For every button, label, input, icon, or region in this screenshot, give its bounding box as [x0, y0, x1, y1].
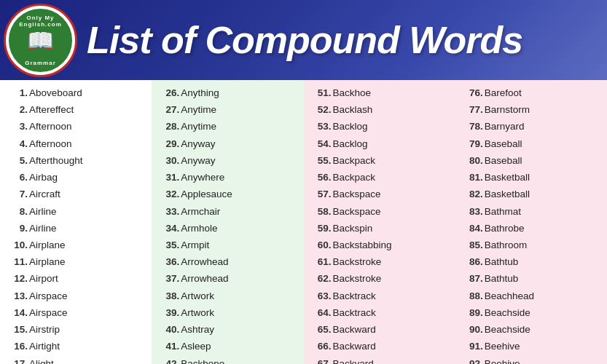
- word-text: Backlog: [333, 135, 368, 152]
- word-text: Backyard: [333, 355, 374, 365]
- word-number: 86.: [461, 253, 485, 270]
- word-number: 51.: [310, 84, 333, 101]
- word-number: 58.: [310, 203, 333, 220]
- list-item: 52.Backlash: [310, 101, 453, 118]
- word-number: 64.: [310, 304, 333, 321]
- word-column-3: 51.Backhoe52.Backlash53.Backlog54.Backlo…: [304, 80, 455, 364]
- word-text: Aircraft: [29, 186, 60, 202]
- list-item: 32.Applesauce: [157, 186, 300, 202]
- word-text: Airbag: [29, 169, 58, 186]
- word-number: 56.: [310, 169, 333, 186]
- list-item: 36.Arrowhead: [157, 253, 300, 270]
- word-number: 11.: [6, 253, 29, 270]
- list-item: 17.Alight: [6, 355, 149, 365]
- word-text: Backspace: [333, 186, 381, 202]
- list-item: 9.Airline: [6, 220, 149, 237]
- logo-top-text: Only My English.com: [9, 15, 72, 28]
- word-number: 92.: [461, 355, 485, 365]
- word-text: Barefoot: [485, 84, 522, 101]
- word-number: 82.: [461, 186, 485, 202]
- list-item: 26.Anything: [157, 84, 300, 101]
- list-item: 29.Anyway: [157, 135, 300, 152]
- word-number: 7.: [6, 186, 29, 202]
- word-text: Bathrobe: [485, 220, 525, 237]
- word-text: Arrowhead: [181, 253, 228, 270]
- word-number: 53.: [310, 118, 333, 135]
- word-number: 67.: [310, 355, 333, 365]
- list-item: 64.Backtrack: [310, 304, 453, 321]
- list-item: 59.Backspin: [310, 220, 453, 237]
- word-text: Arrowhead: [181, 270, 228, 287]
- word-number: 9.: [6, 220, 29, 237]
- word-text: Artwork: [181, 288, 214, 304]
- word-text: Bathtub: [485, 253, 519, 270]
- word-number: 61.: [310, 253, 333, 270]
- word-text: Airspace: [29, 304, 68, 321]
- list-item: 27.Anytime: [157, 101, 300, 118]
- list-item: 91.Beehive: [461, 338, 604, 355]
- word-number: 10.: [6, 237, 29, 253]
- word-text: Airplane: [29, 237, 66, 253]
- list-item: 83.Bathmat: [461, 203, 604, 220]
- word-text: Anytime: [181, 101, 216, 118]
- word-number: 32.: [157, 186, 181, 202]
- word-number: 28.: [157, 118, 181, 135]
- list-item: 4.Afternoon: [6, 135, 149, 152]
- word-number: 89.: [461, 304, 485, 321]
- word-number: 2.: [6, 101, 29, 118]
- list-item: 6.Airbag: [6, 169, 149, 186]
- word-text: Airline: [29, 203, 57, 220]
- word-text: Anywhere: [181, 169, 224, 186]
- list-item: 1.Aboveboard: [6, 84, 149, 101]
- word-text: Aftereffect: [29, 101, 74, 118]
- list-item: 13.Airspace: [6, 288, 149, 304]
- word-number: 4.: [6, 135, 29, 152]
- word-number: 55.: [310, 152, 333, 169]
- word-number: 66.: [310, 338, 333, 355]
- word-column-2: 26.Anything27.Anytime28.Anytime29.Anyway…: [152, 80, 303, 364]
- word-text: Asleep: [181, 338, 211, 355]
- list-item: 34.Armhole: [157, 220, 300, 237]
- list-item: 31.Anywhere: [157, 169, 300, 186]
- list-item: 3.Afternoon: [6, 118, 149, 135]
- word-text: Anything: [181, 84, 219, 101]
- list-item: 79.Baseball: [461, 135, 604, 152]
- word-text: Anyway: [181, 152, 215, 169]
- list-item: 90.Beachside: [461, 321, 604, 338]
- list-item: 51.Backhoe: [310, 84, 453, 101]
- word-text: Backlash: [333, 101, 373, 118]
- list-item: 63.Backtrack: [310, 288, 453, 304]
- list-item: 80.Baseball: [461, 152, 604, 169]
- word-number: 57.: [310, 186, 333, 202]
- word-text: Bathmat: [485, 203, 521, 220]
- list-item: 62.Backstroke: [310, 270, 453, 287]
- list-item: 77.Barnstorm: [461, 101, 604, 118]
- list-item: 53.Backlog: [310, 118, 453, 135]
- word-number: 83.: [461, 203, 485, 220]
- list-item: 67.Backyard: [310, 355, 453, 365]
- list-item: 7.Aircraft: [6, 186, 149, 202]
- list-item: 88.Beachhead: [461, 288, 604, 304]
- word-text: Backhoe: [333, 84, 372, 101]
- word-text: Ashtray: [181, 321, 214, 338]
- list-item: 58.Backspace: [310, 203, 453, 220]
- word-text: Armchair: [181, 203, 220, 220]
- list-item: 33.Armchair: [157, 203, 300, 220]
- list-item: 10.Airplane: [6, 237, 149, 253]
- word-number: 17.: [6, 355, 29, 365]
- word-number: 65.: [310, 321, 333, 338]
- list-item: 56.Backpack: [310, 169, 453, 186]
- list-item: 87.Bathtub: [461, 270, 604, 287]
- word-number: 84.: [461, 220, 485, 237]
- word-text: Backspin: [333, 220, 373, 237]
- list-item: 55.Backpack: [310, 152, 453, 169]
- list-item: 57.Backspace: [310, 186, 453, 202]
- word-text: Barnyard: [485, 118, 525, 135]
- word-number: 27.: [157, 101, 181, 118]
- word-text: Airtight: [29, 338, 60, 355]
- list-item: 85.Bathroom: [461, 237, 604, 253]
- logo-bottom-text: Grammar: [25, 60, 56, 66]
- word-text: Afternoon: [29, 118, 72, 135]
- list-item: 76.Barefoot: [461, 84, 604, 101]
- word-number: 36.: [157, 253, 181, 270]
